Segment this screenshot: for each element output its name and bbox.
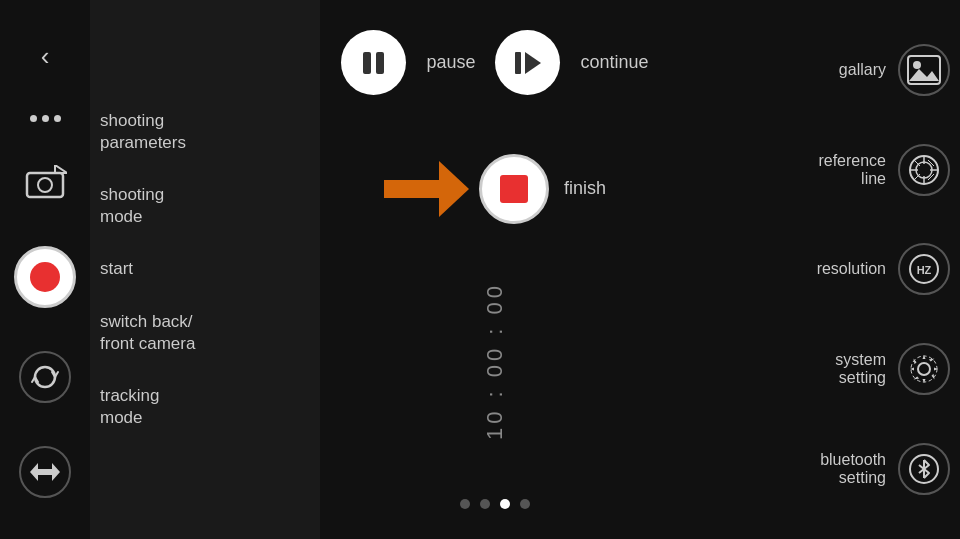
- mountain-icon: [907, 55, 941, 85]
- start-record-button[interactable]: [14, 246, 76, 308]
- bluetooth-label: bluetooth setting: [820, 451, 886, 487]
- pause-continue-row: pause continue: [341, 30, 648, 95]
- pause-button[interactable]: [341, 30, 406, 95]
- gear-icon: [906, 351, 942, 387]
- crosshair-icon: [906, 152, 942, 188]
- svg-point-20: [911, 356, 937, 382]
- pause-icon: [363, 52, 384, 74]
- gallery-label: gallary: [839, 61, 886, 79]
- menu-item-shooting-parameters[interactable]: shooting parameters: [100, 110, 300, 154]
- menu-item-tracking-mode[interactable]: tracking mode: [100, 385, 300, 429]
- svg-marker-6: [909, 69, 939, 81]
- reference-line-button[interactable]: [898, 144, 950, 196]
- dot-3[interactable]: [500, 499, 510, 509]
- svg-point-5: [913, 61, 921, 69]
- resolution-label: resolution: [817, 260, 886, 278]
- svg-rect-0: [27, 173, 63, 197]
- timer-display: 10 : 00 : 00: [482, 282, 508, 440]
- svg-point-2: [38, 178, 52, 192]
- page-dots: [460, 499, 530, 509]
- dot-2[interactable]: [480, 499, 490, 509]
- record-area: finish: [384, 154, 606, 224]
- back-button[interactable]: ‹: [41, 41, 50, 72]
- center-panel: pause continue finish 10 : 00 : 00: [320, 0, 670, 539]
- gallery-button[interactable]: [898, 44, 950, 96]
- switch-camera-button[interactable]: [19, 351, 71, 403]
- left-sidebar: ‹: [0, 0, 90, 539]
- right-item-resolution[interactable]: resolution HZ: [817, 243, 950, 295]
- stop-icon: [500, 175, 528, 203]
- menu-item-start[interactable]: start: [100, 258, 300, 280]
- bluetooth-button[interactable]: [898, 443, 950, 495]
- right-item-bluetooth[interactable]: bluetooth setting: [820, 443, 950, 495]
- dot-1[interactable]: [460, 499, 470, 509]
- right-item-reference-line[interactable]: reference line: [818, 144, 950, 196]
- dot-4[interactable]: [520, 499, 530, 509]
- orange-arrow: [384, 161, 469, 217]
- menu-panel: shooting parameters shooting mode start …: [90, 0, 320, 539]
- menu-item-shooting-mode[interactable]: shooting mode: [100, 184, 300, 228]
- continue-label: continue: [580, 52, 648, 73]
- svg-marker-3: [30, 463, 60, 481]
- system-setting-label: system setting: [835, 351, 886, 387]
- camera-mode-icon[interactable]: [23, 165, 67, 203]
- bluetooth-icon: [906, 451, 942, 487]
- pause-label: pause: [426, 52, 475, 73]
- reference-line-label: reference line: [818, 152, 886, 188]
- svg-point-19: [918, 363, 930, 375]
- finish-label: finish: [564, 178, 606, 199]
- hz-icon: HZ: [906, 251, 942, 287]
- continue-button[interactable]: [495, 30, 560, 95]
- svg-text:HZ: HZ: [917, 264, 932, 276]
- tracking-mode-button[interactable]: [19, 446, 71, 498]
- dots-menu-button[interactable]: [30, 115, 61, 122]
- right-item-system-setting[interactable]: system setting: [835, 343, 950, 395]
- system-setting-button[interactable]: [898, 343, 950, 395]
- finish-button[interactable]: [479, 154, 549, 224]
- menu-item-switch-camera[interactable]: switch back/ front camera: [100, 311, 300, 355]
- right-sidebar: gallary reference line: [670, 0, 960, 539]
- continue-icon: [515, 52, 541, 74]
- resolution-button[interactable]: HZ: [898, 243, 950, 295]
- right-item-gallery[interactable]: gallary: [839, 44, 950, 96]
